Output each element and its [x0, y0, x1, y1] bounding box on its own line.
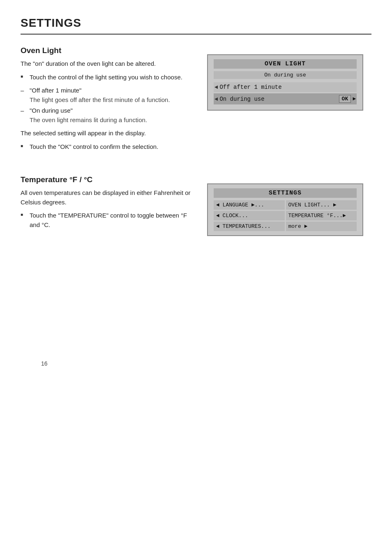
oven-light-dash-2: "On during use" The oven light remains l… — [21, 106, 195, 125]
temperature-intro: All oven temperatures can be displayed i… — [21, 188, 195, 207]
temperature-bullet-1: Touch the "TEMPERATURE" control to toggl… — [21, 211, 195, 229]
oven-light-device: OVEN LIGHT On during use ◄ Off after 1 m… — [207, 46, 371, 111]
settings-cell-2[interactable]: OVEN LIGHT... ► — [286, 200, 357, 210]
cell6-text: more ► — [288, 223, 308, 229]
cell5-text: ◄ TEMPERATURES... — [216, 223, 271, 229]
oven-light-bullet-1: Touch the control of the light setting y… — [21, 73, 195, 82]
ok-arrow-right: ► — [353, 96, 356, 102]
page-title: SETTINGS — [21, 16, 371, 30]
cell4-text: TEMPERATURE °F...► — [288, 213, 346, 219]
row1-label: Off after 1 minute — [219, 84, 356, 90]
oven-light-middle: The selected setting will appear in the … — [21, 129, 195, 138]
page-number: 16 — [41, 360, 48, 367]
oven-light-row2[interactable]: ◄ On during use OK ► — [214, 93, 357, 104]
oven-light-display: OVEN LIGHT On during use ◄ Off after 1 m… — [207, 54, 363, 111]
ok-button[interactable]: OK — [339, 95, 351, 103]
temperature-section: Temperature °F / °C All oven temperature… — [21, 175, 371, 236]
cell2-text: OVEN LIGHT... ► — [288, 202, 337, 208]
oven-light-display-title: OVEN LIGHT — [214, 59, 357, 69]
oven-light-row1[interactable]: ◄ Off after 1 minute — [214, 82, 357, 92]
settings-cell-6[interactable]: more ► — [286, 222, 357, 231]
settings-display: SETTINGS ◄ LANGUAGE ►... OVEN LIGHT... ►… — [207, 183, 363, 236]
oven-light-dash-1: "Off after 1 minute" The light goes off … — [21, 86, 195, 104]
settings-cell-5[interactable]: ◄ TEMPERATURES... — [214, 222, 285, 231]
cell3-text: ◄ CLOCK... — [216, 213, 248, 219]
row2-label: On during use — [219, 96, 337, 102]
temperature-text: Temperature °F / °C All oven temperature… — [21, 175, 207, 234]
oven-light-section: Oven Light The "on" duration of the oven… — [21, 46, 371, 155]
oven-light-intro: The "on" duration of the oven light can … — [21, 59, 195, 69]
temperature-heading: Temperature °F / °C — [21, 175, 195, 184]
oven-light-bullet-2: Touch the "OK" control to confirm the se… — [21, 142, 195, 152]
oven-light-display-subtitle: On during use — [214, 71, 357, 79]
settings-display-title: SETTINGS — [214, 188, 357, 198]
oven-light-bullet-list-2: Touch the "OK" control to confirm the se… — [21, 142, 195, 152]
oven-light-text: Oven Light The "on" duration of the oven… — [21, 46, 207, 155]
temperature-device: SETTINGS ◄ LANGUAGE ►... OVEN LIGHT... ►… — [207, 175, 371, 236]
settings-cell-3[interactable]: ◄ CLOCK... — [214, 211, 285, 220]
settings-grid: ◄ LANGUAGE ►... OVEN LIGHT... ► ◄ CLOCK.… — [214, 200, 357, 231]
oven-light-dash-list: "Off after 1 minute" The light goes off … — [21, 86, 195, 125]
oven-light-heading: Oven Light — [21, 46, 195, 55]
temperature-bullet-list: Touch the "TEMPERATURE" control to toggl… — [21, 211, 195, 229]
row1-arrow-left: ◄ — [214, 84, 218, 90]
settings-cell-4[interactable]: TEMPERATURE °F...► — [286, 211, 357, 220]
oven-light-bullet-list: Touch the control of the light setting y… — [21, 73, 195, 82]
settings-cell-1[interactable]: ◄ LANGUAGE ►... — [214, 200, 285, 210]
title-divider — [21, 34, 371, 35]
cell1-text: ◄ LANGUAGE ►... — [216, 202, 264, 208]
bottom-spacer: 16 — [21, 256, 371, 379]
row2-arrow-left: ◄ — [214, 96, 218, 102]
